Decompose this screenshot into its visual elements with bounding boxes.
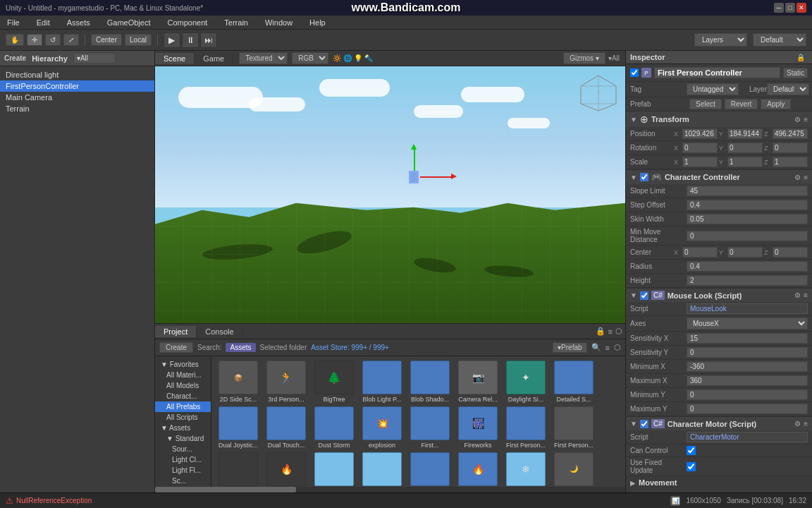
prefab-apply-button[interactable]: Apply xyxy=(761,99,791,109)
color-mode-select[interactable]: RGB xyxy=(292,52,328,64)
search-icon[interactable]: 🔍 xyxy=(591,343,601,352)
menu-file[interactable]: File xyxy=(3,17,24,28)
menu-terrain[interactable]: Terrain xyxy=(220,17,252,28)
menu-component[interactable]: Component xyxy=(163,17,211,28)
scene-viewport[interactable]: ↑ xyxy=(155,66,625,323)
asset-3rd-person[interactable]: 🏃 3rd Person... xyxy=(264,361,309,404)
sidebar-all-scripts[interactable]: All Scripts xyxy=(155,412,211,423)
center-z-input[interactable] xyxy=(773,247,808,258)
prefab-revert-button[interactable]: Revert xyxy=(725,99,758,109)
use-fixed-checkbox[interactable] xyxy=(687,462,696,471)
lock-icon[interactable]: 🔒 xyxy=(596,327,605,336)
gizmos-all[interactable]: ▾All xyxy=(608,54,620,62)
jumping-subheader[interactable]: ▶ Jumping xyxy=(626,489,812,492)
hierarchy-search[interactable] xyxy=(73,53,116,64)
hier-item-terrain[interactable]: Terrain xyxy=(0,103,154,114)
assets-create-button[interactable]: Create xyxy=(159,342,193,353)
asset-store-label[interactable]: Asset Store: 999+ / 999+ xyxy=(311,344,389,351)
ml-menu-icon[interactable]: ≡ xyxy=(804,291,808,299)
can-control-checkbox[interactable] xyxy=(687,446,696,455)
sensitivity-y-input[interactable] xyxy=(687,347,808,358)
character-motor-header[interactable]: ▼ C# Character Motor (Script) ⚙ ≡ xyxy=(626,417,812,430)
layout-dropdown[interactable]: Default xyxy=(753,33,806,47)
axes-select[interactable]: MouseX xyxy=(687,318,808,329)
asset-fluffy-smoke-2[interactable]: Fluffy Smok... xyxy=(359,452,405,487)
asset-first-person-3[interactable]: First Person... xyxy=(216,452,261,487)
height-input[interactable] xyxy=(687,275,808,286)
min-move-input[interactable] xyxy=(687,231,808,241)
asset-blob-shadow[interactable]: Blob Shado... xyxy=(407,361,453,404)
transform-header[interactable]: ▼ ⊕ Transform ⚙ ≡ xyxy=(626,111,812,127)
texture-mode-select[interactable]: Textured xyxy=(239,52,288,64)
tab-game[interactable]: Game xyxy=(195,53,233,64)
close-button[interactable]: ✕ xyxy=(796,3,806,13)
asset-blob-light[interactable]: Blob Light P... xyxy=(359,361,405,404)
cm-checkbox[interactable] xyxy=(640,420,648,428)
cc-menu-icon[interactable]: ≡ xyxy=(804,174,808,181)
ml-settings-icon[interactable]: ⚙ xyxy=(794,291,801,299)
asset-detailed-s[interactable]: Detailed S... xyxy=(551,361,596,404)
assets-expand-icon[interactable]: ⬡ xyxy=(614,343,621,352)
layer-select[interactable]: Default xyxy=(767,83,809,95)
rot-y-input[interactable] xyxy=(727,143,763,153)
pause-button[interactable]: ⏸ xyxy=(182,32,199,48)
asset-grid-proj[interactable]: Grid Projec... xyxy=(407,452,453,487)
panel-menu-icon[interactable]: ≡ xyxy=(608,327,613,336)
pos-y-input[interactable] xyxy=(727,128,763,139)
sidebar-all-models[interactable]: All Models xyxy=(155,380,211,391)
tab-console[interactable]: Console xyxy=(197,326,242,337)
hier-item-directional-light[interactable]: Directional light xyxy=(0,69,154,80)
assets-tab-label[interactable]: Assets xyxy=(226,343,255,352)
sidebar-assets[interactable]: ▼ Assets xyxy=(155,423,211,433)
asset-explosion[interactable]: 💥 explosion xyxy=(359,406,405,449)
sidebar-standard[interactable]: ▼ Standard xyxy=(155,433,211,444)
slope-limit-input[interactable] xyxy=(687,186,808,196)
tag-select[interactable]: Untagged xyxy=(687,83,739,95)
step-offset-input[interactable] xyxy=(687,200,808,210)
rot-z-input[interactable] xyxy=(773,143,808,153)
sensitivity-x-input[interactable] xyxy=(687,333,808,344)
asset-nighttime[interactable]: 🌙 Nighttime S... xyxy=(551,452,596,487)
tab-project[interactable]: Project xyxy=(155,326,197,337)
rotate-tool[interactable]: ↺ xyxy=(45,34,61,46)
layers-dropdown[interactable]: Layers xyxy=(694,33,747,47)
maximize-button[interactable]: □ xyxy=(785,3,795,13)
transform-settings-icon[interactable]: ⚙ xyxy=(794,116,801,123)
assets-options-icon[interactable]: ≡ xyxy=(605,344,610,352)
skin-width-input[interactable] xyxy=(687,214,808,224)
sidebar-favorites[interactable]: ▼ Favorites xyxy=(155,359,211,370)
scale-z-input[interactable] xyxy=(773,157,808,167)
scale-y-input[interactable] xyxy=(727,157,763,167)
pivot-button[interactable]: Center xyxy=(91,34,122,46)
selected-folder-label[interactable]: Selected folder xyxy=(260,344,307,351)
step-button[interactable]: ⏭ xyxy=(200,32,217,48)
sidebar-sour[interactable]: Sour... xyxy=(155,444,211,454)
play-button[interactable]: ▶ xyxy=(164,32,180,48)
asset-daylight[interactable]: ✦ Daylight Si... xyxy=(503,361,548,404)
cm-settings-icon[interactable]: ⚙ xyxy=(794,420,801,428)
center-x-input[interactable] xyxy=(682,247,718,258)
asset-dual-joy[interactable]: Dual Joystic... xyxy=(216,406,261,449)
ml-script-ref[interactable]: MouseLook xyxy=(687,303,808,314)
prefab-select-button[interactable]: Select xyxy=(689,99,722,109)
cm-script-ref[interactable]: CharacterMotor xyxy=(687,432,808,442)
tab-scene[interactable]: Scene xyxy=(155,53,195,64)
hierarchy-create[interactable]: Create xyxy=(4,54,26,62)
character-controller-header[interactable]: ▼ 🎮 Character Controller ⚙ ≡ xyxy=(626,170,812,184)
prefab-filter-button[interactable]: ▾Prefab xyxy=(553,342,586,353)
asset-flame[interactable]: 🔥 Flame xyxy=(264,452,309,487)
pos-x-input[interactable] xyxy=(682,128,718,139)
asset-first[interactable]: First... xyxy=(407,406,453,449)
move-tool[interactable]: ✛ xyxy=(27,34,42,46)
sidebar-sc[interactable]: Sc... xyxy=(155,476,211,486)
static-button[interactable]: Static xyxy=(783,68,808,78)
center-y-input[interactable] xyxy=(727,247,763,258)
cm-menu-icon[interactable]: ≡ xyxy=(804,420,808,428)
asset-first-person-2[interactable]: First Person... xyxy=(551,406,596,449)
hand-tool[interactable]: ✋ xyxy=(6,34,24,46)
cc-settings-icon[interactable]: ⚙ xyxy=(794,174,801,181)
cc-checkbox[interactable] xyxy=(640,173,648,181)
hier-item-main-camera[interactable]: Main Camera xyxy=(0,92,154,103)
hier-item-fps-controller[interactable]: FirstPersonController xyxy=(0,80,154,92)
menu-edit[interactable]: Edit xyxy=(32,17,54,28)
